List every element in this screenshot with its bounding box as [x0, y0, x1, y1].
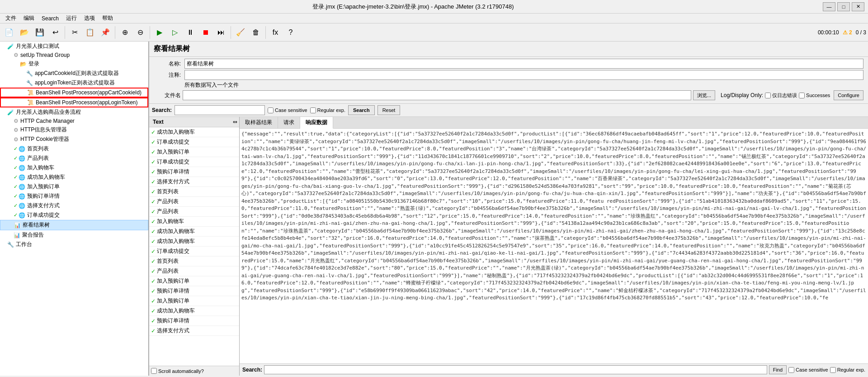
help-btn[interactable]: ? [283, 25, 298, 40]
regex-checkbox[interactable] [310, 107, 316, 113]
menu-item-帮助[interactable]: 帮助 [99, 14, 117, 23]
run-no-pause-btn[interactable]: ▷ [168, 25, 182, 40]
collapse-btn[interactable]: ⊖ [133, 25, 147, 40]
list-item[interactable]: ✓预购订单详情 [149, 286, 239, 296]
list-item[interactable]: ✓加入购物车 [149, 217, 239, 227]
tree-item-header[interactable]: ⚙HTTP信息头管理器 [0, 125, 148, 135]
tree-item-results[interactable]: 📊察看结果树 [0, 220, 148, 230]
tree-item-workbench[interactable]: 🔧工作台 [0, 240, 148, 249]
name-input[interactable] [184, 59, 863, 69]
tree-item-appLogin[interactable]: 🔧appLoginToken正则表达式提取器 [0, 78, 148, 88]
tree-item-login[interactable]: 📂登录 [0, 59, 148, 69]
tree-item-order_success[interactable]: ✓🌐订单成功提交 [0, 210, 148, 220]
search-btn[interactable]: Search [348, 105, 375, 115]
run-btn[interactable]: ▶ [152, 25, 167, 40]
tree-item-cookie[interactable]: ⚙HTTP Cookie管理器 [0, 135, 148, 144]
list-item-label: 加入预购订单 [157, 148, 189, 156]
list-item[interactable]: ✓产品列表 [149, 207, 239, 217]
new-btn[interactable]: 📄 [2, 25, 16, 40]
list-item[interactable]: ✓加入预购订单 [149, 147, 239, 157]
list-item[interactable]: ✓选择支付方式 [149, 177, 239, 187]
list-item[interactable]: ✓加入预购订单 [149, 296, 239, 306]
list-item[interactable]: ✓成功加入购物车 [149, 306, 239, 316]
function-helper-btn[interactable]: fx [268, 25, 283, 40]
copy-btn[interactable]: 📋 [83, 25, 97, 40]
list-item[interactable]: ✓首页列表 [149, 256, 239, 266]
find-btn[interactable]: Find [769, 365, 787, 374]
tree-item-products[interactable]: ✓🌐产品列表 [0, 154, 148, 163]
open-btn[interactable]: 📂 [17, 25, 32, 40]
scroll-auto-label[interactable]: Scroll automatically? [151, 368, 237, 374]
list-item[interactable]: ✓选择支付方式 [149, 326, 239, 336]
clear-btn[interactable]: 🧹 [233, 25, 248, 40]
tree-item-bean1[interactable]: 📜BeanShell PostProcessor(appCartCookieId… [0, 88, 148, 98]
list-item[interactable]: ✓订单成功提交 [149, 137, 239, 147]
expand-btn[interactable]: ⊕ [118, 25, 132, 40]
tree-item-add_cart[interactable]: ✓🌐加入购物车 [0, 163, 148, 172]
stop-now-btn[interactable]: ⏭ [214, 25, 228, 40]
top-search-input[interactable] [175, 105, 265, 115]
close-btn[interactable]: ✕ [852, 2, 864, 11]
tree-item-buy[interactable]: ✓🌐成功加入购物车 [0, 172, 148, 182]
file-row: 文件名 浏览... Log/Display Only: 仅日志错误 Succes… [154, 90, 863, 100]
list-item[interactable]: ✓预购订单详情 [149, 167, 239, 177]
menu-item-运行[interactable]: 运行 [62, 14, 80, 23]
comment-input[interactable] [184, 70, 863, 80]
list-item[interactable]: ✓产品列表 [149, 266, 239, 276]
tree-item-appCart[interactable]: 🔧appCartCookieId正则表达式提取器 [0, 69, 148, 78]
list-item[interactable]: ✓加入预购订单 [149, 276, 239, 286]
tree-item-home[interactable]: ✓🌐首页列表 [0, 144, 148, 154]
list-item[interactable]: ✓预购订单详情 [149, 316, 239, 326]
configure-btn[interactable]: Configure [834, 90, 863, 100]
bottom-regex-checkbox[interactable] [830, 367, 836, 373]
list-item[interactable]: ✓首页列表 [149, 187, 239, 197]
reset-btn[interactable]: Reset [377, 105, 401, 115]
scroll-auto-checkbox[interactable] [151, 368, 157, 374]
tree-item-root[interactable]: 🧪月光茶人接口测试 [0, 42, 148, 51]
case-sensitive-label[interactable]: Case sensitive [268, 107, 307, 113]
tab-响应数据[interactable]: 响应数据 [300, 117, 333, 129]
paste-btn[interactable]: 📌 [98, 25, 113, 40]
pause-btn[interactable]: ⏸ [183, 25, 198, 40]
bottom-case-sensitive-label[interactable]: Case sensitive [788, 367, 828, 373]
case-sensitive-checkbox[interactable] [268, 107, 274, 113]
success-check-label[interactable]: Successes [799, 93, 830, 98]
minimize-btn[interactable]: — [823, 2, 835, 11]
menu-item-文件[interactable]: 文件 [2, 14, 20, 23]
list-items: ✓成功加入购物车✓订单成功提交✓加入预购订单✓订单成功提交✓预购订单详情✓选择支… [149, 127, 239, 366]
list-item[interactable]: ✓成功加入购物车 [149, 237, 239, 247]
list-item[interactable]: ✓成功加入购物车 [149, 127, 239, 137]
bottom-search-input[interactable] [264, 365, 767, 374]
regex-label[interactable]: Regular exp. [310, 107, 345, 113]
list-item[interactable]: ✓订单成功提交 [149, 157, 239, 167]
menu-item-编辑[interactable]: 编辑 [20, 14, 38, 23]
bottom-regex-label[interactable]: Regular exp. [830, 367, 865, 373]
tree-item-setup[interactable]: ⚙setUp Thread Group [0, 51, 148, 59]
errors-check-label[interactable]: 仅日志错误 [765, 92, 797, 99]
tab-取样器结果[interactable]: 取样器结果 [240, 117, 278, 128]
maximize-btn[interactable]: □ [837, 2, 850, 11]
cut-btn[interactable]: ✂ [67, 25, 82, 40]
tab-请求[interactable]: 请求 [278, 117, 300, 128]
success-checkbox[interactable] [799, 93, 805, 98]
list-item[interactable]: ✓产品列表 [149, 197, 239, 207]
tree-item-bean2[interactable]: 📜BeanShell PostProcessor(appLoginToken) [0, 98, 148, 107]
tree-item-payment[interactable]: ✓🌐选择支付方式 [0, 201, 148, 210]
clear-all-btn[interactable]: 🗑 [249, 25, 263, 40]
tree-item-cache[interactable]: ⚙HTTP Cache Manager [0, 117, 148, 125]
filename-input[interactable] [183, 90, 691, 100]
bottom-case-sensitive-checkbox[interactable] [788, 367, 794, 373]
list-item[interactable]: ✓成功加入购物车 [149, 227, 239, 237]
stop-btn[interactable]: ⏹ [198, 25, 213, 40]
revert-btn[interactable]: ↩ [48, 25, 62, 40]
browse-btn[interactable]: 浏览... [693, 90, 715, 100]
tree-item-pre_order_detail[interactable]: ✓🌐预购订单详情 [0, 191, 148, 201]
save-btn[interactable]: 💾 [33, 25, 47, 40]
menu-item-选项[interactable]: 选项 [80, 14, 99, 23]
errors-checkbox[interactable] [765, 93, 771, 98]
list-item[interactable]: ✓订单成功提交 [149, 247, 239, 256]
menu-item-Search[interactable]: Search [38, 14, 62, 23]
tree-item-agg[interactable]: 📊聚合报告 [0, 230, 148, 240]
tree-item-pre_order[interactable]: ✓🌐加入预购订单 [0, 182, 148, 191]
tree-item-group2[interactable]: 🧪月光茶人选购商品业务流程 [0, 107, 148, 117]
